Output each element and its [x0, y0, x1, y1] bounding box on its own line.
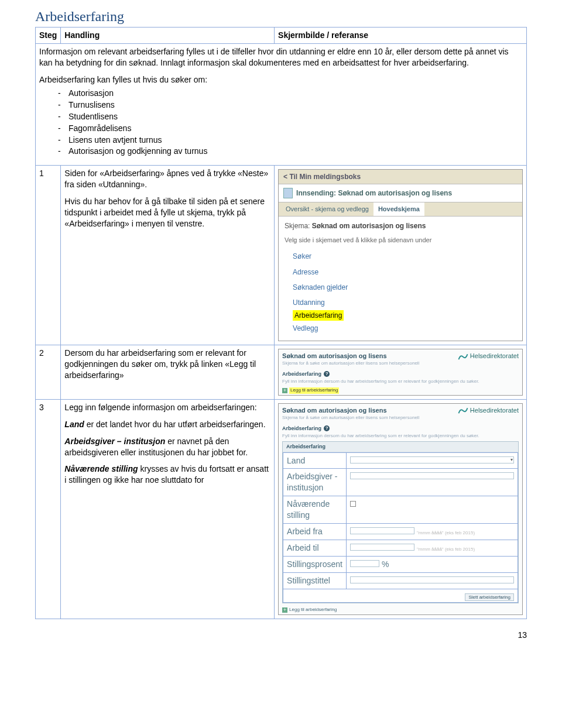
ref-2: Søknad om autorisasjon og lisens Skjema …	[275, 345, 527, 399]
stillingsprosent-input[interactable]	[350, 560, 379, 567]
lbl-fra: Arbeid fra	[283, 524, 347, 540]
handling-1: Siden for «Arbeidserfaring» åpnes ved å …	[61, 166, 275, 345]
intro-li: Fagområdelisens	[58, 123, 523, 134]
nav-soknaden[interactable]: Søknaden gjelder	[285, 280, 516, 295]
back-link[interactable]: < Til Min meldingsboks	[279, 170, 522, 184]
handling-3: Legg inn følgende informasjon om arbeids…	[61, 399, 275, 619]
intro-li: Lisens uten avtjent turnus	[58, 135, 523, 146]
steg-3: 3	[36, 399, 61, 619]
intro-li: Autorisasjon og godkjenning av turnus	[58, 146, 523, 157]
arbeidserfaring-form: Arbeidserfaring Land ▾ Arbeidsgiver - in…	[282, 441, 519, 603]
steg-2: 2	[36, 345, 61, 399]
pct-label: %	[382, 559, 389, 569]
intro-list: Autorisasjon Turnuslisens Studentlisens …	[39, 88, 523, 157]
intro-li: Turnuslisens	[58, 99, 523, 111]
schema-hint: Velg side i skjemaet ved å klikke på sid…	[285, 236, 516, 245]
tab-hovedskjema[interactable]: Hovedskjema	[373, 202, 424, 216]
screenshot-2: Søknad om autorisasjon og lisens Skjema …	[278, 349, 523, 395]
ss3-title: Søknad om autorisasjon og lisens	[282, 406, 419, 415]
intro-p1: Informasjon om relevant arbeidserfaring …	[39, 46, 523, 68]
th-handling: Handling	[61, 28, 275, 44]
land-select[interactable]: ▾	[350, 456, 514, 463]
r3-land: Land er det landet hvor du har utført ar…	[64, 419, 270, 430]
ss2-hint: Fyll inn informasjon dersom du har arbei…	[279, 379, 522, 386]
arbeid-til-input[interactable]	[350, 544, 414, 551]
lbl-tittel: Stillingstittel	[283, 572, 347, 589]
lbl-navarende: Nåværende stilling	[283, 496, 347, 524]
help-icon[interactable]: ?	[324, 371, 330, 377]
th-ref: Skjermbilde / referanse	[275, 28, 527, 44]
nav-vedlegg[interactable]: Vedlegg	[285, 321, 516, 336]
nav-soker[interactable]: Søker	[285, 249, 516, 264]
r3-p1: Legg inn følgende informasjon om arbeids…	[64, 402, 270, 413]
hint-til: "mmm åååå" (eks feb 2015)	[417, 547, 475, 552]
ref-3: Søknad om autorisasjon og lisens Skjema …	[275, 399, 527, 619]
steg-1: 1	[36, 166, 61, 345]
plus-icon: +	[282, 607, 287, 613]
document-icon	[283, 188, 293, 198]
r3-arbeidsgiver: Arbeidsgiver – institusjon er navnet på …	[64, 436, 270, 458]
ref-1: < Til Min meldingsboks Innsending: Søkna…	[275, 166, 527, 345]
r3-navarende: Nåværende stilling krysses av hvis du fo…	[64, 463, 270, 486]
ss2-title: Søknad om autorisasjon og lisens	[282, 352, 419, 360]
ss2-sub: Skjema for å søke om autorisasjon eller …	[282, 360, 419, 367]
helsedirektoratet-logo: Helsedirektoratet	[458, 406, 519, 415]
ss2-section: Arbeidserfaring	[282, 370, 321, 377]
nav-utdanning[interactable]: Utdanning	[285, 295, 516, 310]
add-arbeidserfaring-link[interactable]: + Legg til arbeidserfaring	[279, 386, 522, 395]
screenshot-3: Søknad om autorisasjon og lisens Skjema …	[278, 403, 523, 615]
page-title: Arbeidserfaring	[35, 7, 527, 26]
hint-fra: "mmm åååå" (eks feb 2015)	[417, 530, 475, 535]
nav-adresse[interactable]: Adresse	[285, 265, 516, 280]
intro-p2: Arbeidserfaring kan fylles ut hvis du sø…	[39, 74, 523, 85]
lbl-land: Land	[283, 452, 347, 469]
innsend-title: Innsending: Søknad om autorisasjon og li…	[296, 188, 452, 198]
r1-p2: Hvis du har behov for å gå tilbake til s…	[64, 196, 270, 229]
lbl-prosent: Stillingsprosent	[283, 556, 347, 572]
th-steg: Steg	[36, 28, 61, 44]
handling-2: Dersom du har arbeidserfaring som er rel…	[61, 345, 275, 399]
schema-label: Skjema:	[285, 222, 310, 230]
stillingstittel-input[interactable]	[350, 576, 514, 583]
instruction-table: Steg Handling Skjermbilde / referanse In…	[35, 27, 527, 619]
tab-overview[interactable]: Oversikt - skjema og vedlegg	[281, 202, 373, 216]
arbeid-fra-input[interactable]	[350, 527, 414, 534]
help-icon[interactable]: ?	[324, 425, 330, 431]
r1-p1: Siden for «Arbeidserfaring» åpnes ved å …	[64, 168, 270, 190]
arbeidsgiver-input[interactable]	[350, 472, 514, 479]
page-number: 13	[35, 630, 527, 641]
add-arbeidserfaring-link-2[interactable]: + Legg til arbeidserfaring	[279, 606, 522, 614]
ss3-sub: Skjema for å søke om autorisasjon eller …	[282, 415, 419, 421]
lbl-arbeidsgiver: Arbeidsgiver - institusjon	[283, 469, 347, 496]
plus-icon: +	[282, 388, 287, 393]
schema-value: Søknad om autorisasjon og lisens	[312, 222, 426, 230]
navarende-checkbox[interactable]	[350, 501, 356, 507]
form-header: Arbeidserfaring	[283, 442, 518, 452]
ss3-section: Arbeidserfaring	[282, 425, 321, 432]
nav-arbeidserfaring[interactable]: Arbeidserfaring	[293, 310, 344, 321]
helsedirektoratet-logo: Helsedirektoratet	[458, 352, 519, 360]
slett-button[interactable]: Slett arbeidserfaring	[465, 593, 514, 601]
screenshot-1: < Til Min meldingsboks Innsending: Søkna…	[278, 169, 523, 341]
lbl-til: Arbeid til	[283, 540, 347, 556]
ss3-hint: Fyll inn informasjon dersom du har arbei…	[279, 433, 522, 441]
r2-p1: Dersom du har arbeidserfaring som er rel…	[64, 348, 270, 381]
intro-li: Studentlisens	[58, 111, 523, 122]
intro-li: Autorisasjon	[58, 88, 523, 99]
intro-cell: Informasjon om relevant arbeidserfaring …	[36, 44, 527, 166]
